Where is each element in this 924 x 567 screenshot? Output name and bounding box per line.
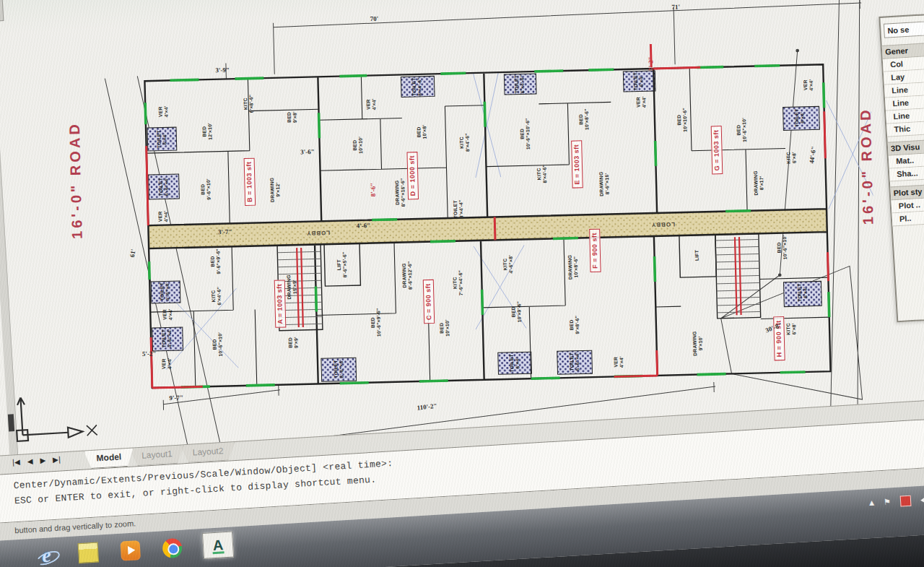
room-label: BED 10'×9'-6": [510, 301, 522, 323]
room-label: TOILET 8'×4'-6": [411, 77, 423, 96]
room-label: DRAWING 8'×17': [753, 170, 764, 196]
unit-label: C = 900 sft: [423, 280, 435, 324]
room-label: DRAWING 8'-6"×12'-6": [401, 261, 414, 290]
room-label: TOILET 6'×4': [794, 108, 806, 127]
dim-label: 70': [370, 16, 379, 22]
room-label: KITC 6'×8': [785, 152, 797, 164]
room-label: KITC 4'-6"×8': [502, 255, 514, 274]
room-label: VER 4'×4': [162, 308, 173, 320]
floorplan: VER 4'×4'TOILET 6'×4'TOILET 6'-6"×4'BED …: [60, 0, 879, 462]
dim-label: 5'-2": [142, 350, 157, 357]
road-label: 16'-0" ROAD: [858, 107, 876, 225]
prev-tab-icon[interactable]: ◀: [27, 457, 32, 465]
dim-label: 3'-7": [218, 229, 232, 235]
chrome-icon[interactable]: [160, 536, 184, 560]
room-label: VER 4'×4': [803, 79, 814, 91]
room-label: DRAWING 8'-6"×16'-6": [394, 178, 406, 207]
dim-label: 3'-6": [300, 149, 315, 155]
room-label: LIFT: [694, 250, 699, 261]
sticky-notes-icon[interactable]: [76, 540, 100, 565]
tab-model[interactable]: Model: [84, 448, 134, 469]
last-tab-icon[interactable]: ▶|: [53, 455, 61, 464]
dim-label: 9'-7": [169, 395, 183, 402]
room-label: DRAWING 15'×9': [286, 274, 297, 300]
room-label: LIFT 8'-6"×5'-6": [336, 252, 347, 278]
room-label: TOILET 6'×4': [797, 283, 808, 302]
monitor-photo: VER 4'×4'TOILET 6'×4'TOILET 6'-6"×4'BED …: [0, 0, 924, 567]
room-label: VER 4'×4': [157, 211, 169, 222]
room-label: BED 10'×8': [416, 125, 427, 139]
room-label: BED 10'-6"×10': [212, 332, 223, 357]
room-label: BED 10'×8'-6": [578, 108, 590, 130]
dim-label: 5'-2": [648, 56, 654, 71]
show-hidden-icons-icon[interactable]: ▲: [869, 500, 874, 506]
volume-icon[interactable]: )): [920, 495, 924, 503]
room-label: KITC 6'×8'-6": [243, 95, 254, 113]
status-hint: button and drag vertically to zoom.: [14, 519, 136, 534]
ucs-icon: [9, 387, 100, 454]
room-label: KITC 6'×4'-6": [211, 287, 222, 306]
dim-label: 71': [671, 4, 680, 11]
room-label: TOILET 6'×4'-6": [514, 74, 526, 93]
room-label: BED 9'×8'-6": [569, 316, 580, 334]
unit-label: A = 1003 sft: [274, 280, 287, 328]
room-label: KITC 8'×4'-6": [536, 165, 548, 183]
room-label: TOILET 8'-6"×6': [333, 360, 344, 378]
room-label: TOILET 6'×4': [509, 354, 520, 373]
toolbar-button[interactable]: [0, 0, 4, 22]
drawing-canvas[interactable]: VER 4'×4'TOILET 6'×4'TOILET 6'-6"×4'BED …: [0, 0, 924, 456]
system-tray: ▲ ⚑ )): [869, 494, 924, 508]
room-label: BED 9'×9': [287, 337, 299, 348]
room-label: BED 9'×8': [287, 111, 298, 123]
room-label: TOILET 4'-6"×4': [161, 329, 173, 348]
room-label: BED 10'×10': [352, 137, 364, 154]
room-label: TOILET 8'×4'-4": [453, 200, 464, 219]
autocad-window: VER 4'×4'TOILET 6'×4'TOILET 6'-6"×4'BED …: [0, 0, 924, 567]
next-tab-icon[interactable]: ▶: [40, 456, 45, 464]
unit-label: B = 1003 sft: [244, 157, 256, 206]
room-label: DRAWING 9'×12': [269, 177, 281, 202]
dim-label: 8'-6": [370, 183, 376, 197]
tab-nav-arrows: |◀ ◀ ▶ ▶|: [12, 455, 61, 466]
first-tab-icon[interactable]: |◀: [12, 458, 20, 467]
room-label: KITC 7'-6"×4'-6": [452, 270, 463, 296]
left-toolbar-strip: [0, 0, 18, 455]
room-label: LOBBY: [651, 221, 675, 228]
room-label: BED 10'-6"×10': [776, 235, 788, 260]
room-label: TOILET 6'×4': [633, 72, 645, 91]
dim-label: 4'-6": [357, 222, 371, 229]
room-label: VER 4'×4': [365, 98, 377, 110]
room-label: BED 10'-6"×9'-6": [370, 308, 382, 337]
room-label: DRAWING 10'×8'-6": [567, 254, 579, 280]
autocad-taskbar-icon[interactable]: A: [201, 532, 235, 558]
floorplan-geometry: [60, 0, 879, 462]
road-label: 16'-0" ROAD: [67, 121, 84, 239]
room-label: BED 9'-6"×10': [200, 178, 212, 200]
room-label: TOILET 4'-6"×4': [159, 282, 170, 301]
internet-explorer-icon[interactable]: e: [35, 543, 59, 567]
room-label: BED 10'×10': [439, 319, 450, 337]
room-label: VER 4'×4': [161, 358, 173, 369]
room-label: KITC 6'×8': [785, 323, 797, 335]
room-label: VER 4'×4': [635, 96, 647, 108]
room-label: BED 10'×10'-6": [676, 108, 688, 132]
room-label: KITC 8'×4'-6": [459, 133, 471, 152]
selection-dropdown[interactable]: No se: [884, 20, 924, 38]
media-player-icon[interactable]: [118, 538, 142, 563]
room-label: BED 10'-6"×10': [736, 118, 747, 142]
unit-label: F = 900 sft: [589, 229, 601, 272]
palette-section-title: Plot sty: [890, 183, 924, 200]
notification-icon[interactable]: [899, 495, 911, 507]
room-label: BED 10'-6"×10'-6": [519, 118, 531, 150]
room-label: VER 4'×4': [613, 356, 624, 368]
action-center-flag-icon[interactable]: ⚑: [884, 498, 892, 506]
room-label: DRAWING 8'-6"×16': [598, 171, 610, 196]
dim-label: 3'-9": [215, 67, 230, 74]
unit-label: E = 1003 sft: [571, 141, 583, 189]
palette-section-title: 3D Visu: [888, 139, 924, 156]
room-label: BED 9'-6"×9'-6": [209, 248, 221, 274]
room-label: TOILET 6'×4': [156, 130, 167, 149]
unit-label: D = 1000 sft: [406, 152, 419, 200]
room-label: TOILET 6'-6"×4': [569, 352, 580, 371]
room-label: DRAWING 9'×10': [692, 331, 703, 356]
